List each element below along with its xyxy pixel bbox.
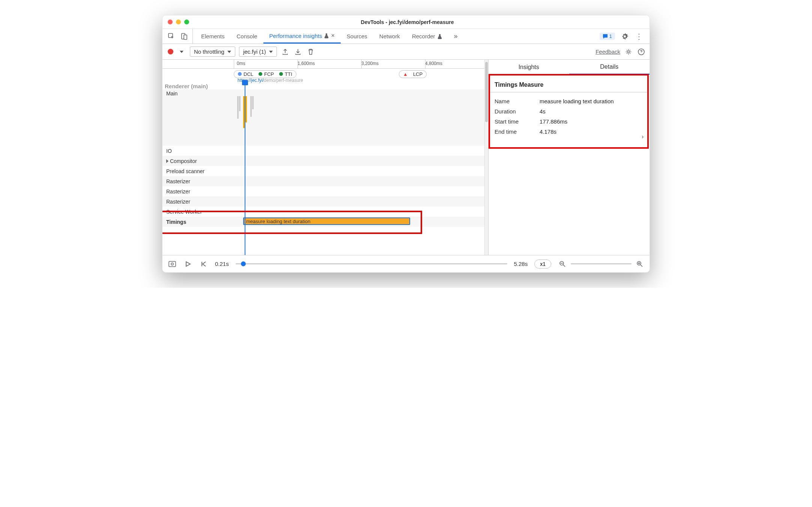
help-icon[interactable] (637, 47, 646, 56)
ruler-tick: 0ms (237, 60, 245, 66)
panel-tabbar: Elements Console Performance insights × … (162, 29, 650, 44)
track-label: Rasterizer (162, 196, 234, 207)
tab-label: Sources (347, 33, 367, 39)
zoom-in-icon[interactable] (635, 260, 644, 269)
track-label: Rasterizer (162, 176, 234, 186)
page-label: jec.fyi (1) (243, 48, 266, 55)
main-content: 0ms 1,600ms 3,200ms 4,800ms DCL FCP TTI … (162, 60, 650, 255)
inspect-element-icon[interactable] (167, 32, 176, 41)
playhead-indicator[interactable] (245, 84, 245, 255)
flame-tracks: Renderer (main) Main (162, 84, 484, 227)
tab-label: Recorder (412, 33, 435, 39)
speed-pill[interactable]: x1 (534, 260, 551, 269)
rewind-start-icon[interactable] (199, 260, 208, 269)
issues-count: 1 (609, 33, 612, 39)
track-row-compositor: Compositor (162, 156, 484, 166)
close-tab-icon[interactable]: × (331, 32, 334, 39)
detail-key: Name (495, 98, 540, 104)
vertical-scrollbar[interactable] (484, 60, 488, 255)
throttling-label: No throttling (194, 48, 224, 55)
detail-value: 4s (540, 108, 546, 115)
time-ruler[interactable]: 0ms 1,600ms 3,200ms 4,800ms (162, 60, 484, 69)
tab-sources[interactable]: Sources (341, 29, 373, 44)
flask-icon (324, 33, 329, 38)
track-row-rasterizer: Rasterizer (162, 186, 484, 196)
tab-recorder[interactable]: Recorder (406, 29, 448, 44)
record-button[interactable] (168, 49, 173, 54)
feedback-link[interactable]: Feedback (595, 48, 620, 55)
panel-settings-icon[interactable] (624, 47, 633, 56)
minimize-window-button[interactable] (176, 20, 181, 24)
track-row-preload: Preload scanner (162, 166, 484, 176)
issues-button[interactable]: 1 (600, 33, 615, 40)
timings-label: Timings (162, 217, 234, 227)
play-icon[interactable] (183, 260, 192, 269)
timings-measure-bar[interactable]: measure loading text duration (243, 217, 410, 225)
detail-value: 4.178s (540, 128, 556, 135)
detail-row-start: Start time177.886ms (490, 116, 647, 127)
lcp-label: LCP (413, 71, 423, 77)
device-toolbar-icon[interactable] (180, 32, 189, 41)
devtools-window: DevTools - jec.fyi/demo/perf-measure Ele… (162, 15, 650, 273)
renderer-group-label: Renderer (main) (162, 84, 484, 89)
throttling-dropdown[interactable]: No throttling (190, 47, 235, 57)
export-icon[interactable] (281, 47, 290, 56)
tab-label: Insights (519, 64, 539, 71)
kebab-menu-icon[interactable]: ⋮ (635, 32, 644, 41)
vitals-pill[interactable]: DCL FCP TTI (234, 70, 296, 78)
time-end-label: 5.28s (514, 261, 528, 267)
trash-icon[interactable] (306, 47, 315, 56)
tab-console[interactable]: Console (231, 29, 263, 44)
track-row-rasterizer: Rasterizer (162, 196, 484, 207)
tab-label: Elements (201, 33, 225, 39)
tab-elements[interactable]: Elements (195, 29, 231, 44)
collapse-sidebar-handle[interactable] (645, 127, 650, 146)
more-tabs-button[interactable]: » (448, 29, 464, 44)
track-label: Service Worker (162, 207, 234, 217)
zoom-out-icon[interactable] (558, 260, 567, 269)
detail-key: Duration (495, 108, 540, 115)
detail-key: End time (495, 128, 540, 135)
detail-row-duration: Duration4s (490, 106, 647, 116)
fcp-label: FCP (264, 71, 274, 77)
dcl-label: DCL (244, 71, 253, 77)
speed-label: x1 (540, 261, 546, 267)
playback-slider[interactable] (236, 263, 507, 264)
settings-gear-icon[interactable] (620, 32, 629, 41)
track-label: Main (162, 89, 234, 98)
zoom-window-button[interactable] (184, 20, 189, 24)
tab-performance-insights[interactable]: Performance insights × (263, 29, 341, 44)
svg-point-3 (627, 51, 629, 53)
chat-icon (603, 34, 608, 39)
tab-details[interactable]: Details (569, 60, 650, 75)
tab-insights[interactable]: Insights (489, 60, 569, 75)
svg-rect-2 (184, 35, 187, 39)
perf-toolbar: No throttling jec.fyi (1) Feedback (162, 44, 650, 60)
import-icon[interactable] (293, 47, 302, 56)
tab-label: Console (237, 33, 257, 39)
track-row-io: IO (162, 146, 484, 156)
record-menu-chevron[interactable] (177, 47, 186, 56)
details-pane: Insights Details Timings Measure Namemea… (488, 60, 650, 255)
expand-caret-icon[interactable] (166, 159, 168, 163)
traffic-lights (168, 20, 189, 24)
window-titlebar: DevTools - jec.fyi/demo/perf-measure (162, 15, 650, 29)
window-title: DevTools - jec.fyi/demo/perf-measure (189, 19, 626, 25)
tab-label: Performance insights (269, 33, 322, 39)
ruler-tick: 3,200ms (361, 60, 379, 66)
close-window-button[interactable] (168, 20, 173, 24)
measure-bar-label: measure loading text duration (246, 219, 310, 224)
page-dropdown[interactable]: jec.fyi (1) (239, 47, 277, 57)
tti-label: TTI (285, 71, 292, 77)
svg-point-6 (171, 263, 173, 265)
detail-value: measure loading text duration (540, 98, 614, 104)
tab-network[interactable]: Network (373, 29, 406, 44)
track-label: Compositor (162, 156, 234, 166)
zoom-slider[interactable] (571, 263, 632, 264)
screenshot-toggle-icon[interactable] (168, 260, 177, 269)
web-vitals-markers: DCL FCP TTI ▲LCP (162, 69, 484, 79)
highlight-box-details: Timings Measure Namemeasure loading text… (489, 74, 649, 149)
svg-rect-5 (169, 261, 176, 267)
details-title: Timings Measure (490, 75, 647, 92)
lcp-pill[interactable]: ▲LCP (399, 70, 427, 78)
